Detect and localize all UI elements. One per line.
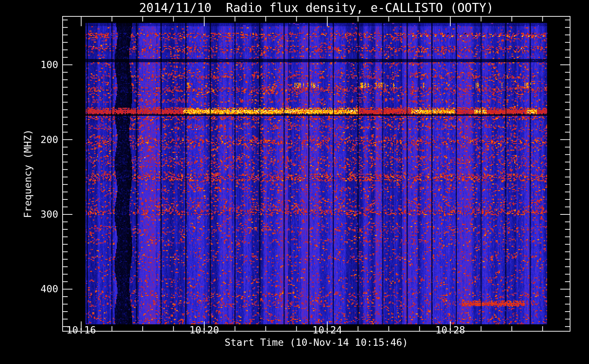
y-axis-tick-labels: 100200300400 [32,0,58,364]
y-tick-label: 200 [32,134,58,145]
x-tick-label: 10:28 [428,324,472,336]
x-tick-label: 10:16 [59,324,103,336]
spectrogram-page: 2014/11/10 Radio flux density, e-CALLIST… [0,0,589,364]
y-tick-label: 400 [32,283,58,294]
spectrogram-canvas [0,0,589,364]
y-tick-label: 100 [32,59,58,70]
x-axis-tick-labels: 10:1610:2010:2410:28 [0,324,589,337]
y-tick-label: 300 [32,209,58,220]
x-tick-label: 10:24 [305,324,349,336]
chart-title: 2014/11/10 Radio flux density, e-CALLIST… [63,1,570,15]
y-axis-label: Frequency (MHZ) [22,129,33,218]
x-tick-label: 10:20 [182,324,226,336]
x-axis-label: Start Time (10-Nov-14 10:15:46) [63,337,570,348]
